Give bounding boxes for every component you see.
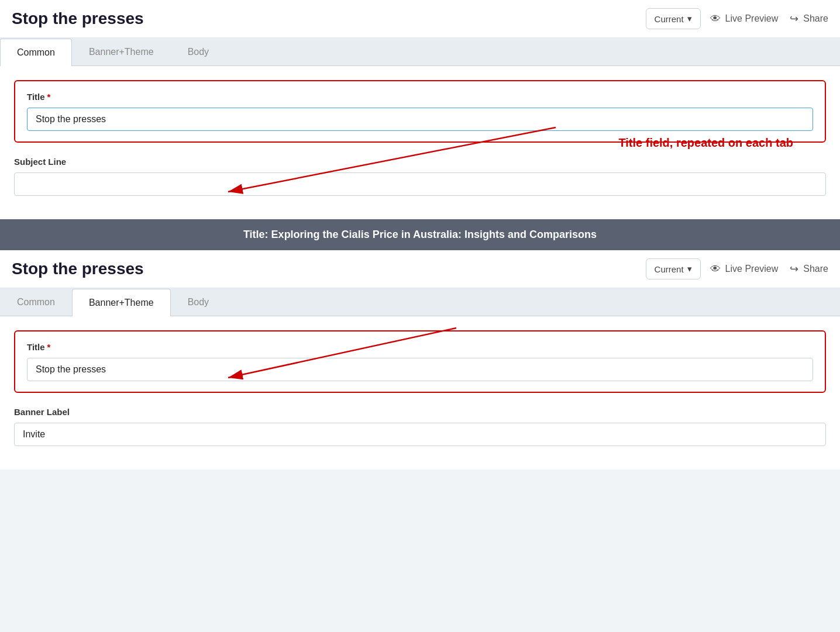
bottom-header-actions: 👁 Live Preview ↪ Share (710, 263, 828, 275)
top-header: Stop the presses Current ▾ 👁 Live Previe… (0, 0, 840, 38)
tab-body-bottom[interactable]: Body (171, 288, 226, 316)
annotation-banner: Title: Exploring the Cialis Price in Aus… (0, 219, 840, 250)
top-subject-line-group: Subject Line (14, 157, 826, 196)
top-title-field-group: Title * (14, 80, 826, 143)
top-subject-label: Subject Line (14, 157, 826, 167)
bottom-header: Stop the presses Current ▾ 👁 Live Previe… (0, 250, 840, 288)
bottom-section: Stop the presses Current ▾ 👁 Live Previe… (0, 250, 840, 469)
bottom-banner-label: Banner Label (14, 407, 826, 417)
bottom-version-label: Current (655, 264, 684, 274)
bottom-share-label: Share (803, 264, 828, 274)
live-preview-label: Live Preview (725, 13, 779, 24)
annotation-banner-text: Title: Exploring the Cialis Price in Aus… (243, 229, 597, 241)
bottom-title-field-group: Title * (14, 330, 826, 393)
eye-icon: 👁 (710, 13, 721, 25)
share-label: Share (803, 13, 828, 24)
bottom-tabs-bar: Common Banner+Theme Body (0, 288, 840, 316)
bottom-chevron-icon: ▾ (687, 264, 692, 274)
bottom-page-title: Stop the presses (12, 260, 636, 278)
bottom-title-label: Title * (27, 342, 813, 352)
bottom-version-dropdown[interactable]: Current ▾ (646, 258, 701, 279)
chevron-down-icon: ▾ (687, 13, 692, 24)
bottom-banner-input[interactable] (14, 423, 826, 446)
annotation-label-top: Title field, repeated on each tab (618, 136, 793, 150)
top-subject-input[interactable] (14, 172, 826, 196)
top-section: Stop the presses Current ▾ 👁 Live Previe… (0, 0, 840, 219)
version-dropdown[interactable]: Current ▾ (646, 8, 701, 29)
bottom-title-input[interactable] (27, 358, 813, 381)
top-title-required-star: * (47, 92, 51, 102)
tab-body-top[interactable]: Body (171, 38, 226, 65)
bottom-title-required-star: * (47, 342, 51, 352)
bottom-banner-label-group: Banner Label (14, 407, 826, 446)
share-icon: ↪ (790, 12, 798, 25)
full-page: Stop the presses Current ▾ 👁 Live Previe… (0, 0, 840, 632)
tab-banner-theme-top[interactable]: Banner+Theme (72, 38, 171, 65)
top-title-label: Title * (27, 92, 813, 102)
tab-banner-theme-bottom[interactable]: Banner+Theme (72, 289, 171, 316)
page-title: Stop the presses (12, 9, 636, 28)
bottom-live-preview-button[interactable]: 👁 Live Preview (710, 263, 779, 275)
bottom-eye-icon: 👁 (710, 263, 721, 275)
bottom-form-area: Title * Banner Label (0, 316, 840, 469)
bottom-share-icon: ↪ (790, 263, 798, 275)
share-button[interactable]: ↪ Share (790, 12, 828, 25)
top-form-area: Title * Subject Line Title field, repeat… (0, 66, 840, 219)
bottom-share-button[interactable]: ↪ Share (790, 263, 828, 275)
header-actions: 👁 Live Preview ↪ Share (710, 12, 828, 25)
tab-common-top[interactable]: Common (0, 39, 72, 66)
top-tabs-bar: Common Banner+Theme Body (0, 38, 840, 66)
live-preview-button[interactable]: 👁 Live Preview (710, 13, 779, 25)
version-label: Current (655, 14, 684, 24)
tab-common-bottom[interactable]: Common (0, 288, 72, 316)
top-title-input[interactable] (27, 108, 813, 131)
bottom-live-preview-label: Live Preview (725, 264, 779, 274)
